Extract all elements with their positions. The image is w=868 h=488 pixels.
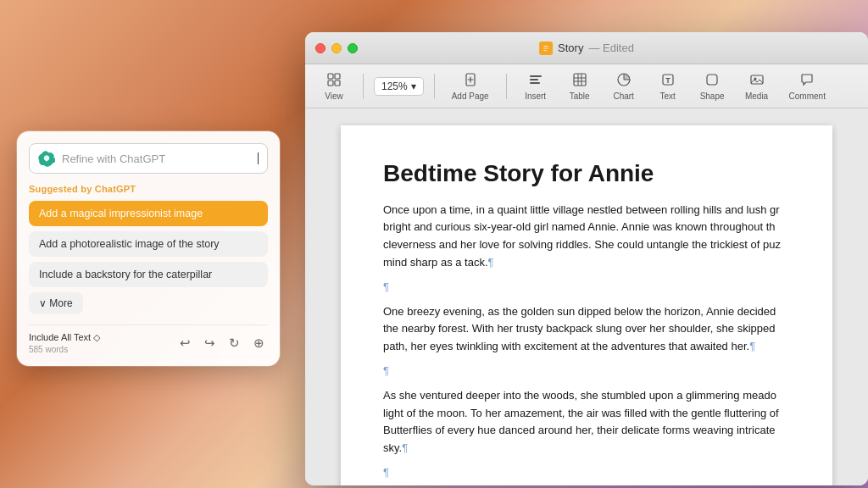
table-label: Table: [570, 92, 590, 101]
toolbar-divider-1: [363, 74, 364, 99]
pilcrow-4: ¶: [383, 364, 389, 377]
toolbar-media[interactable]: Media: [738, 69, 776, 104]
suggestion-3-button[interactable]: Include a backstory for the caterpillar: [29, 262, 268, 287]
text-icon: T: [660, 72, 676, 90]
pages-window: Story — Edited View 125% ▾: [305, 32, 868, 485]
more-button[interactable]: ∨ More: [29, 292, 83, 314]
minimize-button[interactable]: [331, 43, 342, 53]
close-button[interactable]: [315, 43, 326, 53]
title-text: Story: [558, 42, 583, 54]
document-area: Bedtime Story for Annie Once upon a time…: [305, 108, 868, 485]
toolbar: View 125% ▾ Add Page: [305, 64, 868, 108]
toolbar-divider-3: [506, 74, 507, 99]
chart-label: Chart: [613, 92, 633, 101]
svg-rect-4: [328, 74, 333, 79]
toolbar-shape[interactable]: Shape: [693, 69, 732, 104]
cursor: [258, 152, 259, 164]
word-count: 585 words: [29, 345, 100, 354]
svg-rect-12: [530, 79, 538, 80]
svg-rect-1: [543, 46, 548, 47]
toolbar-chart[interactable]: Chart: [605, 69, 643, 104]
paragraph-2: One breezy evening, as the golden sun di…: [383, 303, 790, 356]
paragraph-break-3: ¶: [383, 464, 790, 482]
document-icon: [539, 42, 553, 55]
svg-rect-14: [574, 74, 586, 86]
toolbar-table[interactable]: Table: [561, 69, 598, 104]
text-label: Text: [659, 92, 675, 101]
media-label: Media: [745, 92, 768, 101]
chatgpt-panel: Refine with ChatGPT Suggested by ChatGPT…: [17, 131, 280, 366]
footer-left: Include All Text ◇ 585 words: [29, 332, 100, 354]
chart-icon: [616, 72, 632, 90]
svg-rect-2: [543, 47, 548, 48]
pilcrow-6: ¶: [383, 466, 389, 479]
zoom-chevron: ▾: [411, 80, 416, 92]
insert-label: Insert: [525, 92, 546, 101]
insert-icon: [528, 72, 543, 90]
title-suffix: — Edited: [588, 42, 633, 54]
view-label: View: [325, 92, 343, 101]
document-title: Bedtime Story for Annie: [383, 159, 790, 188]
panel-footer: Include All Text ◇ 585 words ↩ ↪ ↻ ⊕: [29, 324, 268, 354]
suggestion-2-button[interactable]: Add a photorealistic image of the story: [29, 231, 268, 257]
pilcrow-3: ¶: [749, 340, 755, 352]
zoom-value: 125%: [381, 80, 408, 92]
svg-text:T: T: [665, 76, 670, 85]
toolbar-add-page[interactable]: Add Page: [445, 69, 496, 104]
svg-rect-24: [707, 75, 717, 85]
table-icon: [572, 72, 587, 90]
svg-rect-13: [530, 82, 540, 84]
toolbar-divider-2: [434, 74, 435, 99]
svg-rect-3: [543, 50, 547, 51]
window-titlebar: Story — Edited: [305, 32, 868, 64]
pilcrow-1: ¶: [488, 256, 494, 269]
svg-rect-11: [530, 75, 542, 77]
pilcrow-5: ¶: [402, 441, 408, 454]
redo-button[interactable]: ↪: [201, 334, 219, 352]
search-bar[interactable]: Refine with ChatGPT: [29, 143, 268, 174]
shape-icon: [704, 72, 720, 90]
media-icon: [749, 72, 765, 90]
pilcrow-2: ¶: [383, 280, 389, 293]
comment-icon: [799, 72, 815, 90]
include-text[interactable]: Include All Text ◇: [29, 332, 100, 343]
refresh-button[interactable]: ↻: [225, 334, 243, 352]
paragraph-break-1: ¶: [383, 279, 790, 297]
maximize-button[interactable]: [348, 43, 358, 53]
add-page-label: Add Page: [452, 92, 489, 101]
traffic-lights: [315, 43, 358, 53]
paragraph-break-2: ¶: [383, 363, 790, 380]
svg-rect-5: [335, 74, 340, 79]
undo-button[interactable]: ↩: [176, 334, 194, 352]
comment-label: Comment: [789, 92, 826, 101]
document-page: Bedtime Story for Annie Once upon a time…: [341, 125, 832, 485]
footer-actions: ↩ ↪ ↻ ⊕: [176, 334, 268, 352]
add-page-icon: [463, 72, 478, 90]
svg-rect-7: [335, 80, 340, 86]
window-title: Story — Edited: [539, 42, 634, 55]
toolbar-insert[interactable]: Insert: [517, 69, 554, 104]
zoom-control[interactable]: 125% ▾: [374, 77, 424, 96]
toolbar-text[interactable]: T Text: [649, 69, 687, 104]
suggestion-1-button[interactable]: Add a magical impressionist image: [29, 201, 268, 226]
suggested-label: Suggested by ChatGPT: [29, 184, 268, 194]
add-button[interactable]: ⊕: [250, 334, 268, 352]
chatgpt-logo-icon: [38, 150, 55, 167]
toolbar-view[interactable]: View: [315, 69, 353, 104]
view-icon: [326, 72, 342, 90]
search-placeholder: Refine with ChatGPT: [62, 152, 250, 165]
shape-label: Shape: [700, 92, 725, 101]
svg-rect-6: [328, 80, 333, 86]
toolbar-comment[interactable]: Comment: [782, 69, 832, 104]
paragraph-1: Once upon a time, in a quaint little vil…: [383, 202, 790, 272]
paragraph-3: As she ventured deeper into the woods, s…: [383, 387, 790, 458]
